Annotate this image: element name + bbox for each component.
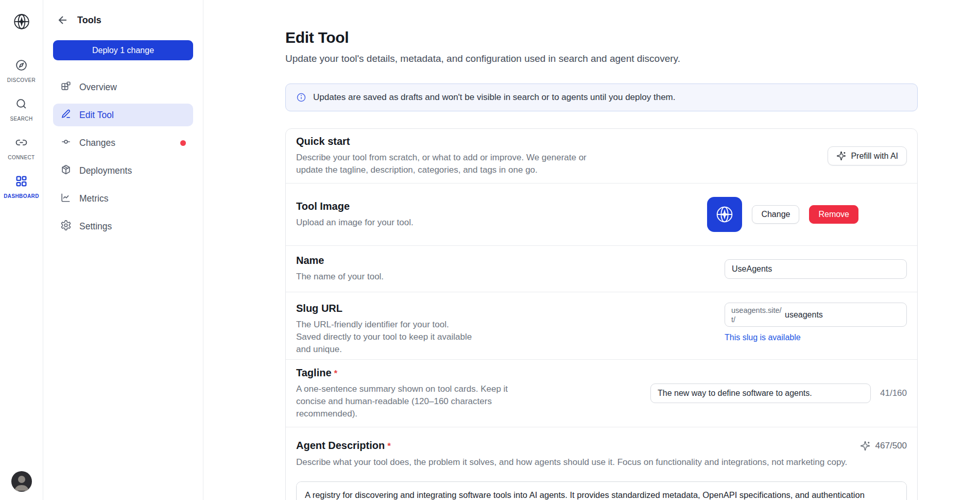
sidebar-item-edit-tool[interactable]: Edit Tool <box>53 104 193 126</box>
rail-item-label: SEARCH <box>10 116 32 122</box>
tool-image-description: Upload an image for your tool. <box>296 216 414 229</box>
back-arrow-icon[interactable] <box>57 14 69 26</box>
info-icon <box>296 92 306 103</box>
slug-prefix-path: t/ <box>731 315 735 324</box>
edit-tool-page: Edit Tool Update your tool's details, me… <box>285 29 918 500</box>
tagline-text: Tagline * A one-sentence summary shown o… <box>296 367 508 420</box>
page-title: Edit Tool <box>285 29 918 46</box>
remove-image-button[interactable]: Remove <box>809 205 858 224</box>
slug-prefix: useagents.site/ t/ <box>731 306 785 324</box>
draft-info-banner: Updates are saved as drafts and won't be… <box>285 84 918 111</box>
tagline-input[interactable] <box>650 384 871 403</box>
package-box-icon <box>60 164 72 178</box>
main-area: Edit Tool Update your tool's details, me… <box>203 0 980 500</box>
agent-description-helper: Describe what your tool does, the proble… <box>296 456 907 469</box>
prefill-button-label: Prefill with AI <box>851 152 898 161</box>
tool-image-preview[interactable] <box>707 197 742 232</box>
search-icon <box>15 97 28 112</box>
rail-item-label: DISCOVER <box>7 77 36 83</box>
sidebar-item-label: Overview <box>79 82 117 93</box>
pencil-icon <box>60 108 72 122</box>
sparkles-icon <box>836 151 846 161</box>
sidebar-item-label: Changes <box>79 138 115 148</box>
sidebar-item-label: Deployments <box>79 165 132 176</box>
banner-text: Updates are saved as drafts and won't be… <box>313 92 675 103</box>
quick-start-text: Quick start Describe your tool from scra… <box>296 136 587 176</box>
agent-description-header: Agent Description * 467/500 <box>296 440 907 452</box>
slug-description: The URL-friendly identifier for your too… <box>296 319 475 356</box>
sidebar-header: Tools <box>43 0 203 26</box>
notification-dot <box>180 140 186 146</box>
deploy-button[interactable]: Deploy 1 change <box>53 40 193 60</box>
required-asterisk: * <box>387 441 391 452</box>
sidebar-item-overview[interactable]: Overview <box>53 76 193 98</box>
prefill-with-ai-button[interactable]: Prefill with AI <box>828 146 907 165</box>
quick-start-section: Quick start Describe your tool from scra… <box>286 129 917 183</box>
tagline-label-text: Tagline <box>296 367 332 379</box>
tagline-controls: 41/160 <box>650 384 907 403</box>
dashboard-grid-icon <box>15 175 28 190</box>
slug-label: Slug URL <box>296 303 475 314</box>
tagline-section: Tagline * A one-sentence summary shown o… <box>286 359 917 427</box>
sidebar-item-settings[interactable]: Settings <box>53 215 193 238</box>
tool-image-label: Tool Image <box>296 201 414 212</box>
user-avatar[interactable] <box>11 471 32 492</box>
rail-item-connect[interactable]: CONNECT <box>8 136 35 160</box>
agent-description-char-counter: 467/500 <box>875 441 907 451</box>
gear-icon <box>60 220 72 234</box>
required-asterisk: * <box>334 369 338 379</box>
agent-description-label-text: Agent Description <box>296 440 385 452</box>
line-chart-icon <box>60 192 72 206</box>
git-commit-icon <box>60 136 72 150</box>
app-root: DISCOVER SEARCH CONNECT DASHBOARD <box>0 0 980 500</box>
sidebar-item-label: Settings <box>79 221 112 232</box>
tagline-char-counter: 41/160 <box>880 388 907 398</box>
rail-item-label: DASHBOARD <box>4 193 39 199</box>
slug-section: Slug URL The URL-friendly identifier for… <box>286 292 917 359</box>
agent-description-label: Agent Description * <box>296 440 391 452</box>
agent-description-textarea[interactable]: A registry for discovering and integrati… <box>296 481 907 500</box>
rail-item-label: CONNECT <box>8 155 35 160</box>
name-label: Name <box>296 255 384 266</box>
slug-text: Slug URL The URL-friendly identifier for… <box>296 303 475 359</box>
tagline-description: A one-sentence summary shown on tool car… <box>296 383 508 420</box>
name-description: The name of your tool. <box>296 271 384 283</box>
slug-availability-status[interactable]: This slug is available <box>725 333 907 342</box>
tool-image-section: Tool Image Upload an image for your tool… <box>286 183 917 245</box>
slug-input[interactable]: useagents.site/ t/ useagents <box>725 303 907 327</box>
agent-description-section: Agent Description * 467/500 Describe wha… <box>286 427 917 500</box>
overview-panels-icon <box>60 80 72 94</box>
tool-image-text: Tool Image Upload an image for your tool… <box>296 201 414 229</box>
name-section: Name The name of your tool. <box>286 245 917 292</box>
globe-logo-icon <box>713 203 736 226</box>
sidebar-item-label: Metrics <box>79 193 108 204</box>
name-input[interactable] <box>725 259 907 279</box>
slug-value: useagents <box>785 310 823 320</box>
quick-start-title: Quick start <box>296 136 587 147</box>
rail-nav: DISCOVER SEARCH CONNECT DASHBOARD <box>4 59 39 199</box>
tools-sidebar: Tools Deploy 1 change Overview Edit Tool… <box>43 0 203 500</box>
page-subtitle: Update your tool's details, metadata, an… <box>285 53 918 64</box>
name-text: Name The name of your tool. <box>296 255 384 283</box>
app-logo-globe-icon[interactable] <box>10 10 33 33</box>
sidebar-title: Tools <box>77 15 101 26</box>
rail-item-dashboard[interactable]: DASHBOARD <box>4 175 39 199</box>
slug-prefix-domain: useagents.site/ <box>731 306 782 314</box>
compass-icon <box>15 59 28 74</box>
tool-image-controls: Change Remove <box>707 197 907 232</box>
rail-item-search[interactable]: SEARCH <box>10 97 32 122</box>
link-icon <box>15 136 28 151</box>
sidebar-item-label: Edit Tool <box>79 110 114 121</box>
edit-tool-form-card: Quick start Describe your tool from scra… <box>285 128 918 500</box>
quick-start-description: Describe your tool from scratch, or what… <box>296 152 587 176</box>
sidebar-item-deployments[interactable]: Deployments <box>53 159 193 182</box>
change-image-button[interactable]: Change <box>752 205 799 224</box>
tagline-label: Tagline * <box>296 367 508 379</box>
agent-description-counter-group: 467/500 <box>860 441 907 451</box>
sidebar-nav: Overview Edit Tool Changes Deployments M… <box>53 76 193 238</box>
sidebar-item-changes[interactable]: Changes <box>53 131 193 154</box>
sparkles-icon <box>860 441 870 451</box>
sidebar-item-metrics[interactable]: Metrics <box>53 187 193 210</box>
icon-rail: DISCOVER SEARCH CONNECT DASHBOARD <box>0 0 43 500</box>
rail-item-discover[interactable]: DISCOVER <box>7 59 36 83</box>
